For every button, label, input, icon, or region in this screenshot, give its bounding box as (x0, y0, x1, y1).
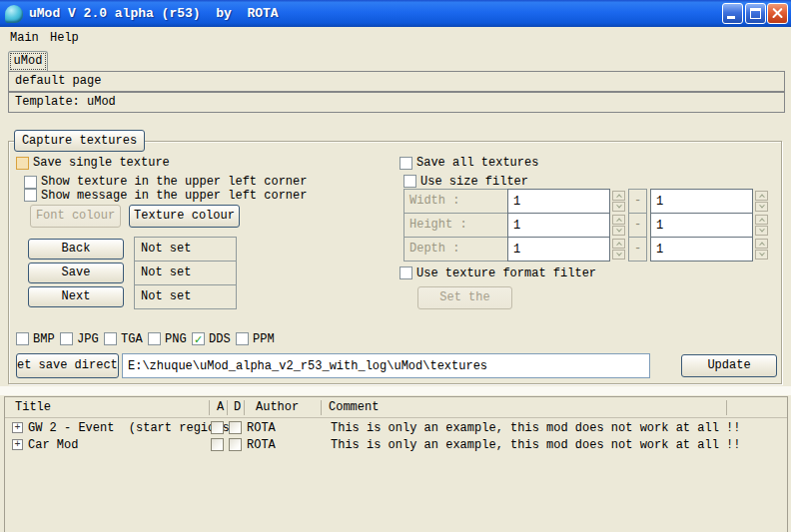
width-min-input[interactable] (507, 189, 610, 214)
use-texture-format-filter-label: Use texture format filter (416, 267, 596, 280)
row-title: Car Mod (28, 439, 78, 452)
row-comment: This is only an example, this mod does n… (331, 439, 740, 452)
use-texture-format-filter-checkbox[interactable] (399, 266, 412, 279)
depth-max-spinner[interactable] (755, 239, 768, 261)
ppm-label: PPM (253, 333, 275, 346)
use-size-filter-label: Use size filter (420, 176, 528, 189)
table-header: Title A D Author Comment (5, 397, 787, 418)
use-size-filter-checkbox[interactable] (403, 175, 416, 188)
save-all-textures-checkbox[interactable] (399, 157, 412, 170)
show-texture-checkbox[interactable] (24, 176, 37, 189)
set-save-directory-button[interactable]: et save director (16, 353, 119, 378)
height-range-separator: - (628, 213, 647, 238)
save-single-texture-label: Save single texture (33, 157, 170, 170)
spin-up-icon (759, 219, 765, 225)
save-button[interactable]: Save (28, 263, 124, 283)
minimize-icon (727, 16, 735, 19)
minimize-button[interactable] (722, 3, 743, 24)
spin-down-icon (616, 227, 622, 233)
menu-help[interactable]: Help (44, 30, 85, 47)
height-max-spinner[interactable] (755, 215, 768, 237)
column-header-title[interactable]: Title (15, 400, 51, 415)
column-header-comment[interactable]: Comment (329, 400, 379, 415)
depth-min-input[interactable] (507, 237, 610, 262)
spin-down-icon (759, 227, 765, 233)
width-label: Width : (403, 189, 508, 214)
texture-colour-button[interactable]: Texture colour (129, 205, 240, 228)
row-d-checkbox[interactable] (229, 421, 242, 434)
spin-down-icon (759, 203, 765, 209)
close-button[interactable] (767, 3, 788, 24)
row-comment: This is only an example, this mod does n… (331, 422, 740, 435)
row-a-checkbox[interactable] (211, 421, 224, 434)
row-a-checkbox[interactable] (211, 438, 224, 451)
app-icon (5, 5, 23, 23)
spin-up-icon (616, 195, 622, 201)
spin-up-icon (759, 243, 765, 249)
tga-label: TGA (121, 333, 143, 346)
ppm-checkbox[interactable] (236, 332, 249, 345)
show-message-label: Show message in the upper left corner (41, 190, 307, 203)
save-single-texture-checkbox[interactable] (16, 157, 29, 170)
jpg-checkbox[interactable] (60, 332, 73, 345)
row-title: GW 2 - Event (start regions) (28, 422, 237, 435)
tga-checkbox[interactable] (104, 332, 117, 345)
width-max-input[interactable] (650, 189, 753, 214)
maximize-button[interactable] (745, 3, 766, 24)
window-title: uMod V 2.0 alpha (r53) by ROTA (29, 6, 279, 21)
show-message-checkbox[interactable] (24, 189, 37, 202)
mod-list-table: Title A D Author Comment + GW 2 - Event … (4, 396, 788, 532)
table-row[interactable]: + Car Mod ROTA This is only an example, … (5, 437, 787, 454)
jpg-label: JPG (77, 333, 99, 346)
splitter[interactable] (0, 386, 791, 395)
maximize-icon (750, 8, 761, 19)
width-min-spinner[interactable] (612, 191, 625, 213)
save-directory-path-input[interactable] (122, 353, 650, 378)
capture-textures-toggle-button[interactable]: Capture textures << (14, 130, 145, 152)
tab-umod[interactable]: uMod (8, 51, 48, 72)
title-bar: uMod V 2.0 alpha (r53) by ROTA (0, 0, 791, 27)
height-label: Height : (403, 213, 508, 238)
template-field: Template: uMod (8, 92, 785, 113)
save-key-field: Not set (134, 261, 237, 285)
column-header-author[interactable]: Author (256, 400, 299, 415)
depth-max-input[interactable] (650, 237, 753, 262)
page-name-field: default page (8, 71, 785, 92)
spin-up-icon (759, 195, 765, 201)
png-label: PNG (165, 333, 187, 346)
row-author: ROTA (247, 422, 276, 435)
show-texture-label: Show texture in the upper left corner (41, 176, 307, 189)
bmp-checkbox[interactable] (16, 332, 29, 345)
expand-icon[interactable]: + (12, 439, 23, 450)
table-row[interactable]: + GW 2 - Event (start regions) ROTA This… (5, 420, 787, 437)
spin-up-icon (616, 243, 622, 249)
back-key-field: Not set (134, 237, 237, 262)
back-button[interactable]: Back (28, 239, 124, 260)
expand-icon[interactable]: + (12, 422, 23, 433)
depth-range-separator: - (628, 237, 647, 262)
height-min-input[interactable] (507, 213, 610, 238)
font-colour-button[interactable]: Font colour (30, 205, 121, 228)
spin-down-icon (616, 251, 622, 257)
next-button[interactable]: Next (28, 286, 124, 307)
spin-down-icon (616, 203, 622, 209)
height-min-spinner[interactable] (612, 215, 625, 237)
set-the-filter-button[interactable]: Set the filter (417, 286, 512, 309)
width-range-separator: - (628, 189, 647, 214)
dds-checkbox[interactable]: ✓ (192, 332, 205, 345)
width-max-spinner[interactable] (755, 191, 768, 213)
spin-down-icon (759, 251, 765, 257)
column-header-a[interactable]: A (217, 400, 224, 415)
spin-up-icon (616, 219, 622, 225)
column-header-d[interactable]: D (234, 400, 241, 415)
menu-main[interactable]: Main (4, 30, 45, 47)
row-author: ROTA (247, 439, 276, 452)
png-checkbox[interactable] (148, 332, 161, 345)
height-max-input[interactable] (650, 213, 753, 238)
bmp-label: BMP (33, 333, 55, 346)
depth-min-spinner[interactable] (612, 239, 625, 261)
row-d-checkbox[interactable] (229, 438, 242, 451)
next-key-field: Not set (134, 284, 237, 309)
update-button[interactable]: Update (681, 354, 777, 377)
dds-label: DDS (209, 333, 231, 346)
